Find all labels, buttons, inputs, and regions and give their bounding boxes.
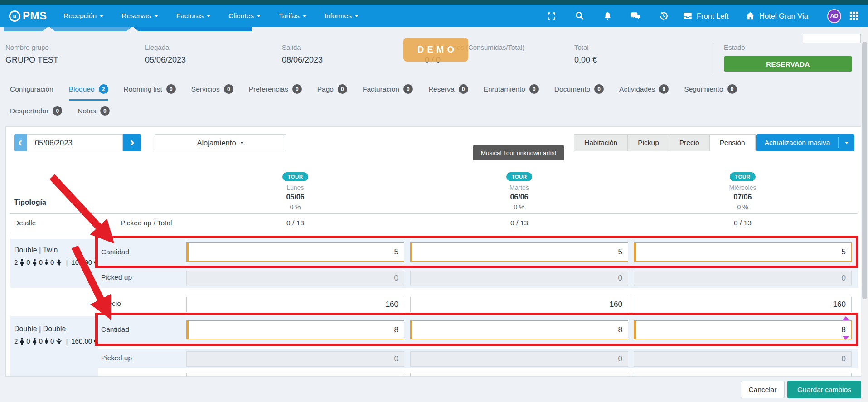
field-label: Estado <box>724 44 852 51</box>
apps-grid-icon[interactable] <box>849 5 858 27</box>
mode-pension-button[interactable]: Pensión <box>709 134 756 151</box>
field-value: 08/06/2023 <box>282 55 323 65</box>
type-column-header: Tipología <box>14 199 46 207</box>
hotel-selector[interactable]: Hotel Gran Via <box>745 5 808 27</box>
child-icon <box>44 259 48 265</box>
day-column-header: TOUR Lunes 05/06 0 % <box>186 172 404 211</box>
detail-value: 0 / 13 <box>634 219 852 227</box>
tab-seguimiento[interactable]: Seguimiento0 <box>684 84 737 101</box>
vertical-scrollbar[interactable] <box>861 27 868 402</box>
menu-clientes[interactable]: Clientes <box>228 12 261 20</box>
mode-pickup-button[interactable]: Pickup <box>627 134 669 151</box>
mass-update-caret[interactable] <box>838 137 854 148</box>
day-occupancy-pct: 0 % <box>410 203 628 211</box>
chat-icon[interactable] <box>630 5 641 27</box>
adult-icon <box>19 338 24 345</box>
tooltip: Musical Tour unknown artist <box>473 145 564 160</box>
search-icon[interactable] <box>575 5 585 27</box>
precio-input[interactable] <box>634 297 852 312</box>
save-changes-button[interactable]: Guardar cambios <box>787 381 861 398</box>
tab-despertador[interactable]: Despertador0 <box>10 106 62 122</box>
day-name: Lunes <box>186 184 404 191</box>
status-badge: RESERVADA <box>724 56 852 72</box>
mode-habitacion-button[interactable]: Habitación <box>574 134 628 151</box>
tab-enrutamiento[interactable]: Enrutamiento0 <box>484 84 539 101</box>
cancel-button[interactable]: Cancelar <box>741 381 785 398</box>
bell-icon[interactable] <box>603 5 612 27</box>
precio-input[interactable] <box>186 297 404 312</box>
tab-count-badge: 0 <box>403 84 413 94</box>
scrollbar-thumb[interactable] <box>862 42 867 299</box>
baby-icon <box>56 338 62 344</box>
baby-icon <box>56 259 62 266</box>
tab-actividades[interactable]: Actividades0 <box>619 84 669 101</box>
extra-adult-icon <box>32 259 37 266</box>
day-occupancy-pct: 0 % <box>186 203 404 211</box>
avatar-initials: AD <box>827 9 841 23</box>
fullscreen-icon[interactable] <box>547 5 556 27</box>
tab-row-2: Despertador0 Notas0 <box>10 106 110 122</box>
precio-input[interactable] <box>410 297 628 312</box>
adult-icon <box>19 259 24 266</box>
pms-logo[interactable]: u PMS <box>9 5 47 27</box>
header-divider <box>714 43 714 73</box>
field-label: Salida <box>282 44 323 51</box>
room-type-cell: Double | Double 2 0 0 0 | 160,00 € <box>10 316 98 377</box>
tab-count-badge: 0 <box>459 84 468 94</box>
precio-input[interactable] <box>634 373 852 377</box>
field-nombre-grupo: Nombre grupo GRUPO TEST <box>5 44 58 65</box>
demo-badge: DEMO <box>403 38 468 62</box>
tab-rooming-list[interactable]: Rooming list0 <box>124 84 176 101</box>
history-icon[interactable] <box>659 5 669 27</box>
mode-button-group: Habitación Pickup Precio Pensión <box>574 134 756 151</box>
precio-input[interactable] <box>186 373 404 377</box>
child-icon <box>44 338 48 344</box>
tab-bloqueo[interactable]: Bloqueo2 <box>69 84 108 101</box>
inbox-icon <box>683 11 693 21</box>
chevron-down-icon <box>240 142 244 144</box>
detail-row: Detalle Picked up / Total 0 / 13 0 / 13 … <box>10 214 858 233</box>
view-selector-dropdown[interactable]: Alojamiento <box>155 134 286 151</box>
day-date: 07/06 <box>634 193 852 201</box>
menu-facturas[interactable]: Facturas <box>176 12 210 20</box>
picked-up-input <box>410 351 628 367</box>
tab-facturacion[interactable]: Facturación0 <box>363 84 413 101</box>
room-type-name: Double | Double <box>14 325 98 333</box>
field-llegada: Llegada 05/06/2023 <box>145 44 186 65</box>
tab-count-badge: 0 <box>166 84 176 94</box>
front-office-selector[interactable]: Front Left <box>683 5 729 27</box>
pms-logo-icon: u <box>9 10 20 22</box>
row-label: Precio <box>101 300 121 308</box>
chevron-down-icon <box>155 15 158 17</box>
prev-day-button[interactable] <box>14 134 27 151</box>
user-avatar[interactable]: AD <box>827 5 841 27</box>
tab-preferencias[interactable]: Preferencias0 <box>249 84 302 101</box>
field-label: Nombre grupo <box>5 44 58 51</box>
precio-input[interactable] <box>410 373 628 377</box>
tab-count-badge: 0 <box>594 84 604 94</box>
menu-tarifas[interactable]: Tarifas <box>279 12 306 20</box>
room-type-price: 160,00 € <box>71 337 97 345</box>
day-occupancy-pct: 0 % <box>634 203 852 211</box>
tab-servicios[interactable]: Servicios0 <box>191 84 233 101</box>
menu-reservas[interactable]: Reservas <box>121 12 158 20</box>
tab-notas[interactable]: Notas0 <box>78 106 110 122</box>
tab-reserva[interactable]: Reserva0 <box>428 84 468 101</box>
field-label: Total <box>574 44 597 51</box>
date-picker[interactable] <box>27 134 123 151</box>
tab-documento[interactable]: Documento0 <box>554 84 604 101</box>
day-date: 06/06 <box>410 193 628 201</box>
mass-update-button[interactable]: Actualización masiva <box>756 134 854 151</box>
tab-row-1: Configuración Bloqueo2 Rooming list0 Ser… <box>10 84 737 101</box>
mode-precio-button[interactable]: Precio <box>669 134 710 151</box>
day-name: Miércoles <box>634 184 852 191</box>
tab-pago[interactable]: Pago0 <box>317 84 347 101</box>
date-input[interactable] <box>35 139 135 147</box>
next-day-button[interactable] <box>123 134 141 151</box>
menu-recepcion[interactable]: Recepción <box>63 12 103 20</box>
highlight-rect-cantidad-2 <box>95 313 858 346</box>
footer-action-bar: Cancelar Guardar cambios <box>0 377 861 402</box>
tab-configuracion[interactable]: Configuración <box>10 85 53 100</box>
separator: | <box>66 258 68 266</box>
menu-informes[interactable]: Informes <box>325 12 359 20</box>
